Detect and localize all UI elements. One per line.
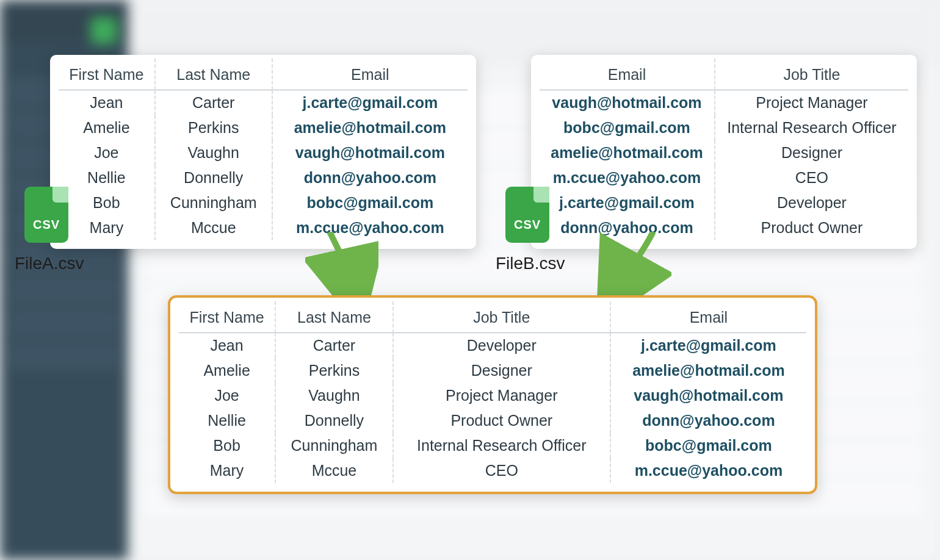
col-email: Email	[610, 301, 806, 333]
cell-last: Vaughn	[155, 140, 272, 165]
cell-first: Jean	[179, 333, 275, 359]
table-row: MaryMccueCEOm.ccue@yahoo.com	[179, 458, 806, 483]
cell-email: vaugh@hotmail.com	[610, 383, 806, 408]
col-job-title: Job Title	[393, 301, 610, 333]
cell-last: Cunningham	[275, 433, 393, 458]
cell-first: Nellie	[59, 165, 155, 190]
table-row: AmeliePerkinsDesigneramelie@hotmail.com	[179, 358, 806, 383]
table-b: Email Job Title vaugh@hotmail.comProject…	[540, 59, 908, 240]
col-last-name: Last Name	[275, 301, 393, 333]
table-row: vaugh@hotmail.comProject Manager	[540, 90, 908, 116]
col-email: Email	[272, 59, 468, 90]
table-card-file-b: Email Job Title vaugh@hotmail.comProject…	[531, 55, 917, 249]
table-row: NellieDonnellydonn@yahoo.com	[59, 165, 468, 190]
table-row: JeanCarterDeveloperj.carte@gmail.com	[179, 333, 806, 359]
csv-file-icon: CSV	[505, 187, 549, 243]
cell-job: Developer	[715, 190, 908, 215]
merge-arrow-right	[586, 232, 671, 305]
cell-job: Project Manager	[715, 90, 908, 116]
cell-first: Joe	[179, 383, 275, 408]
cell-first: Mary	[59, 215, 155, 240]
cell-first: Bob	[59, 190, 155, 215]
table-row: AmeliePerkinsamelie@hotmail.com	[59, 115, 468, 140]
table-card-merged: First Name Last Name Job Title Email Jea…	[168, 295, 817, 494]
col-email: Email	[540, 59, 715, 90]
cell-email: amelie@hotmail.com	[272, 115, 468, 140]
cell-email: m.ccue@yahoo.com	[610, 458, 806, 483]
table-row: JoeVaughnProject Managervaugh@hotmail.co…	[179, 383, 806, 408]
cell-email: j.carte@gmail.com	[540, 190, 715, 215]
cell-last: Donnelly	[275, 408, 393, 433]
table-row: BobCunninghambobc@gmail.com	[59, 190, 468, 215]
cell-first: Nellie	[179, 408, 275, 433]
cell-email: vaugh@hotmail.com	[540, 90, 715, 116]
cell-first: Jean	[59, 90, 155, 116]
cell-job: Product Owner	[393, 408, 610, 433]
col-first-name: First Name	[179, 301, 275, 333]
cell-email: bobc@gmail.com	[540, 115, 715, 140]
table-card-file-a: First Name Last Name Email JeanCarterj.c…	[50, 55, 476, 249]
cell-last: Mccue	[155, 215, 272, 240]
cell-job: Designer	[715, 140, 908, 165]
table-row: JeanCarterj.carte@gmail.com	[59, 90, 468, 116]
cell-first: Amelie	[59, 115, 155, 140]
cell-job: Product Owner	[715, 215, 908, 240]
cell-last: Perkins	[155, 115, 272, 140]
cell-job: CEO	[715, 165, 908, 190]
cell-job: CEO	[393, 458, 610, 483]
merge-arrow-left	[305, 232, 378, 305]
table-row: m.ccue@yahoo.comCEO	[540, 165, 908, 190]
table-row: JoeVaughnvaugh@hotmail.com	[59, 140, 468, 165]
cell-last: Perkins	[275, 358, 393, 383]
cell-last: Cunningham	[155, 190, 272, 215]
cell-email: bobc@gmail.com	[610, 433, 806, 458]
cell-first: Amelie	[179, 358, 275, 383]
cell-email: j.carte@gmail.com	[610, 333, 806, 359]
col-job-title: Job Title	[715, 59, 908, 90]
cell-first: Joe	[59, 140, 155, 165]
cell-email: m.ccue@yahoo.com	[540, 165, 715, 190]
cell-job: Internal Research Officer	[715, 115, 908, 140]
table-row: amelie@hotmail.comDesigner	[540, 140, 908, 165]
cell-first: Mary	[179, 458, 275, 483]
cell-email: j.carte@gmail.com	[272, 90, 468, 116]
cell-email: amelie@hotmail.com	[610, 358, 806, 383]
cell-email: bobc@gmail.com	[272, 190, 468, 215]
cell-email: donn@yahoo.com	[610, 408, 806, 433]
cell-first: Bob	[179, 433, 275, 458]
file-a-label: FileA.csv	[15, 254, 84, 273]
cell-last: Donnelly	[155, 165, 272, 190]
cell-job: Project Manager	[393, 383, 610, 408]
cell-job: Designer	[393, 358, 610, 383]
file-b-label: FileB.csv	[496, 254, 565, 273]
cell-last: Carter	[275, 333, 393, 359]
col-first-name: First Name	[59, 59, 155, 90]
table-row: MaryMccuem.ccue@yahoo.com	[59, 215, 468, 240]
cell-job: Internal Research Officer	[393, 433, 610, 458]
cell-last: Mccue	[275, 458, 393, 483]
cell-email: donn@yahoo.com	[272, 165, 468, 190]
csv-file-icon: CSV	[24, 187, 68, 243]
cell-job: Developer	[393, 333, 610, 359]
cell-email: amelie@hotmail.com	[540, 140, 715, 165]
col-last-name: Last Name	[155, 59, 272, 90]
table-row: NellieDonnellyProduct Ownerdonn@yahoo.co…	[179, 408, 806, 433]
table-row: j.carte@gmail.comDeveloper	[540, 190, 908, 215]
cell-last: Carter	[155, 90, 272, 116]
table-row: bobc@gmail.comInternal Research Officer	[540, 115, 908, 140]
table-a: First Name Last Name Email JeanCarterj.c…	[59, 59, 468, 240]
table-merged: First Name Last Name Job Title Email Jea…	[179, 301, 806, 483]
table-row: BobCunninghamInternal Research Officerbo…	[179, 433, 806, 458]
cell-last: Vaughn	[275, 383, 393, 408]
cell-email: vaugh@hotmail.com	[272, 140, 468, 165]
